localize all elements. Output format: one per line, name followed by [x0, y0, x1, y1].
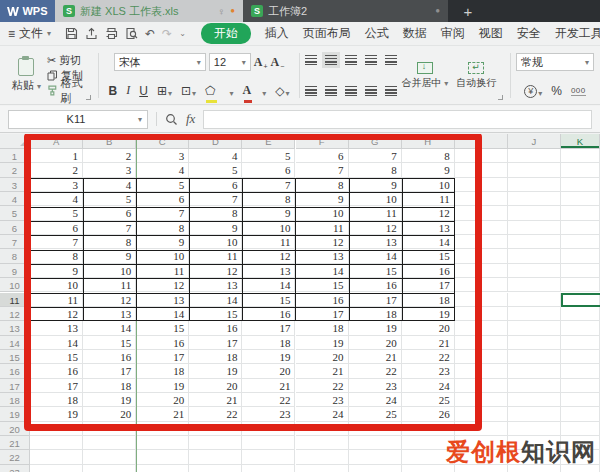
save-icon[interactable]: [65, 27, 78, 40]
cell-A18[interactable]: 18: [30, 393, 83, 407]
cell-C8[interactable]: 10: [136, 249, 189, 263]
magnifier-icon[interactable]: [165, 113, 178, 126]
column-header-F[interactable]: F: [296, 134, 349, 149]
cell-G13[interactable]: 19: [349, 321, 402, 335]
ribbon-tab-数据[interactable]: 数据: [403, 25, 427, 42]
row-header-10[interactable]: 10: [0, 278, 30, 292]
cell-G19[interactable]: 25: [349, 407, 402, 421]
cell-D11[interactable]: 14: [189, 293, 242, 307]
cell-C4[interactable]: 6: [136, 192, 189, 206]
cell-C13[interactable]: 15: [136, 321, 189, 335]
decrease-indent-icon[interactable]: [365, 55, 377, 65]
cell-B19[interactable]: 20: [83, 407, 136, 421]
cell-E18[interactable]: 22: [242, 393, 295, 407]
cell-K11[interactable]: [561, 293, 600, 307]
cell-A16[interactable]: 16: [30, 364, 83, 378]
cell-D10[interactable]: 13: [189, 278, 242, 292]
column-header-E[interactable]: E: [242, 134, 295, 149]
row-header-23[interactable]: 23: [0, 465, 30, 472]
bold-button[interactable]: B: [109, 84, 118, 98]
cell-I6[interactable]: [455, 221, 508, 235]
cell-A2[interactable]: 2: [30, 163, 83, 177]
italic-button[interactable]: I: [126, 83, 130, 98]
cell-G21[interactable]: [349, 436, 402, 450]
cell-J17[interactable]: [508, 379, 561, 393]
cell-D17[interactable]: 20: [189, 379, 242, 393]
cell-F23[interactable]: [296, 465, 349, 472]
cell-K13[interactable]: [561, 321, 600, 335]
cell-G15[interactable]: 21: [349, 350, 402, 364]
cell-E13[interactable]: 17: [242, 321, 295, 335]
cell-A10[interactable]: 10: [30, 278, 83, 292]
cell-F15[interactable]: 20: [296, 350, 349, 364]
cell-J3[interactable]: [508, 178, 561, 192]
cell-H1[interactable]: 8: [402, 149, 455, 163]
column-header-J[interactable]: J: [508, 134, 561, 149]
cell-I20[interactable]: [455, 422, 508, 436]
cell-I4[interactable]: [455, 192, 508, 206]
cell-I7[interactable]: [455, 235, 508, 249]
cell-D9[interactable]: 12: [189, 264, 242, 278]
cell-E4[interactable]: 8: [242, 192, 295, 206]
underline-button[interactable]: U: [139, 84, 148, 98]
cell-G2[interactable]: 8: [349, 163, 402, 177]
row-header-13[interactable]: 13: [0, 321, 30, 335]
cell-C18[interactable]: 20: [136, 393, 189, 407]
cell-J19[interactable]: [508, 407, 561, 421]
cell-I13[interactable]: [455, 321, 508, 335]
cell-E22[interactable]: [242, 450, 295, 464]
cell-I3[interactable]: [455, 178, 508, 192]
cell-H12[interactable]: 19: [402, 307, 455, 321]
cell-C17[interactable]: 19: [136, 379, 189, 393]
cell-D3[interactable]: 6: [189, 178, 242, 192]
cell-C6[interactable]: 8: [136, 221, 189, 235]
cell-H19[interactable]: 26: [402, 407, 455, 421]
cell-I5[interactable]: [455, 206, 508, 220]
cell-B13[interactable]: 14: [83, 321, 136, 335]
cell-E19[interactable]: 23: [242, 407, 295, 421]
cell-J8[interactable]: [508, 249, 561, 263]
cell-I1[interactable]: [455, 149, 508, 163]
cell-D7[interactable]: 10: [189, 235, 242, 249]
cell-K21[interactable]: [561, 436, 600, 450]
row-header-15[interactable]: 15: [0, 350, 30, 364]
cell-B2[interactable]: 3: [83, 163, 136, 177]
cell-J1[interactable]: [508, 149, 561, 163]
cell-A21[interactable]: [30, 436, 83, 450]
cell-K9[interactable]: [561, 264, 600, 278]
cell-D1[interactable]: 4: [189, 149, 242, 163]
cell-K6[interactable]: [561, 221, 600, 235]
redo-icon[interactable]: ↷: [162, 27, 172, 41]
cell-H21[interactable]: [402, 436, 455, 450]
cell-I10[interactable]: [455, 278, 508, 292]
cell-K2[interactable]: [561, 163, 600, 177]
cell-K8[interactable]: [561, 249, 600, 263]
cell-E2[interactable]: 6: [242, 163, 295, 177]
cell-A17[interactable]: 17: [30, 379, 83, 393]
cell-E12[interactable]: 16: [242, 307, 295, 321]
row-header-8[interactable]: 8: [0, 249, 30, 263]
column-header-A[interactable]: A: [30, 134, 83, 149]
cell-C15[interactable]: 17: [136, 350, 189, 364]
row-header-20[interactable]: 20: [0, 422, 30, 436]
cell-K12[interactable]: [561, 307, 600, 321]
cell-H8[interactable]: 15: [402, 249, 455, 263]
cell-D5[interactable]: 8: [189, 206, 242, 220]
align-top-icon[interactable]: [305, 55, 317, 65]
ribbon-tab-公式[interactable]: 公式: [365, 25, 389, 42]
row-header-18[interactable]: 18: [0, 393, 30, 407]
cell-F20[interactable]: [296, 422, 349, 436]
cell-K5[interactable]: [561, 206, 600, 220]
cell-E1[interactable]: 5: [242, 149, 295, 163]
cell-A3[interactable]: 3: [30, 178, 83, 192]
cell-F17[interactable]: 22: [296, 379, 349, 393]
cell-G18[interactable]: 24: [349, 393, 402, 407]
cell-E14[interactable]: 18: [242, 336, 295, 350]
cell-C11[interactable]: 13: [136, 293, 189, 307]
cell-I19[interactable]: [455, 407, 508, 421]
cell-G23[interactable]: [349, 465, 402, 472]
cell-K23[interactable]: [561, 465, 600, 472]
row-header-5[interactable]: 5: [0, 206, 30, 220]
cell-E17[interactable]: 21: [242, 379, 295, 393]
cell-D22[interactable]: [189, 450, 242, 464]
